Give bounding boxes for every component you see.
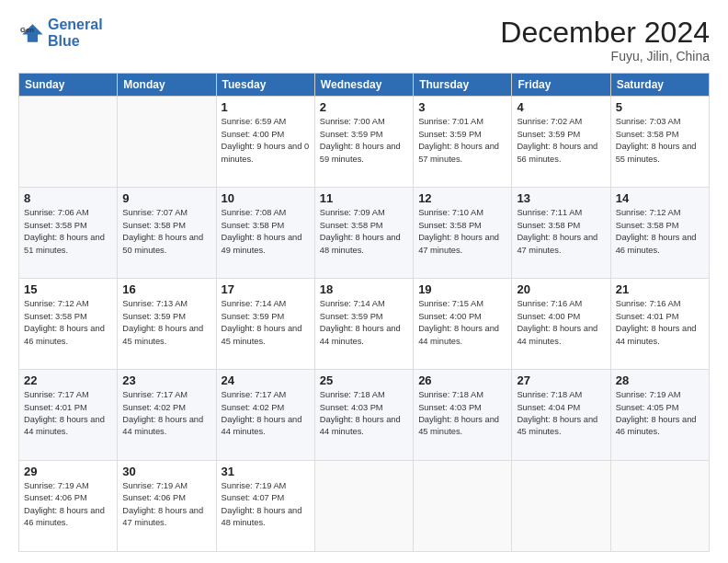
- day-info: Sunrise: 7:03 AM Sunset: 3:58 PM Dayligh…: [616, 116, 704, 166]
- table-row: 31 Sunrise: 7:19 AM Sunset: 4:07 PM Dayl…: [216, 461, 314, 552]
- day-info: Sunrise: 7:19 AM Sunset: 4:07 PM Dayligh…: [222, 480, 310, 530]
- day-info: Sunrise: 7:12 AM Sunset: 3:58 PM Dayligh…: [616, 207, 704, 257]
- table-row: 26 Sunrise: 7:18 AM Sunset: 4:03 PM Dayl…: [414, 370, 512, 461]
- day-number: 16: [122, 282, 210, 296]
- table-row: 9 Sunrise: 7:07 AM Sunset: 3:58 PM Dayli…: [118, 188, 216, 279]
- table-row: 19 Sunrise: 7:15 AM Sunset: 4:00 PM Dayl…: [414, 279, 512, 370]
- day-number: 24: [222, 373, 310, 387]
- day-info: Sunrise: 7:07 AM Sunset: 3:58 PM Dayligh…: [122, 207, 210, 257]
- svg-text:Gen: Gen: [20, 25, 34, 33]
- day-info: Sunrise: 7:17 AM Sunset: 4:02 PM Dayligh…: [222, 389, 310, 439]
- col-saturday: Saturday: [610, 74, 709, 97]
- table-row: 29 Sunrise: 7:19 AM Sunset: 4:06 PM Dayl…: [19, 461, 118, 552]
- table-row: [610, 461, 709, 552]
- calendar-week-0: 1 Sunrise: 6:59 AM Sunset: 4:00 PM Dayli…: [19, 97, 710, 188]
- table-row: 24 Sunrise: 7:17 AM Sunset: 4:02 PM Dayl…: [216, 370, 314, 461]
- day-info: Sunrise: 7:19 AM Sunset: 4:06 PM Dayligh…: [122, 480, 210, 530]
- day-info: Sunrise: 7:02 AM Sunset: 3:59 PM Dayligh…: [517, 116, 605, 166]
- day-number: 25: [320, 373, 408, 387]
- day-number: 23: [122, 373, 210, 387]
- table-row: [314, 461, 413, 552]
- day-number: 9: [122, 191, 210, 205]
- day-number: 14: [616, 191, 704, 205]
- day-number: 27: [517, 373, 605, 387]
- day-number: 2: [320, 100, 408, 114]
- day-number: 15: [24, 282, 112, 296]
- table-row: 13 Sunrise: 7:11 AM Sunset: 3:58 PM Dayl…: [512, 188, 610, 279]
- table-row: 30 Sunrise: 7:19 AM Sunset: 4:06 PM Dayl…: [118, 461, 216, 552]
- calendar-table: Sunday Monday Tuesday Wednesday Thursday…: [18, 73, 710, 552]
- table-row: 15 Sunrise: 7:12 AM Sunset: 3:58 PM Dayl…: [19, 279, 118, 370]
- day-info: Sunrise: 7:10 AM Sunset: 3:58 PM Dayligh…: [418, 207, 506, 257]
- day-number: 3: [418, 100, 506, 114]
- day-number: 22: [24, 373, 112, 387]
- col-monday: Monday: [118, 74, 216, 97]
- day-number: 26: [418, 373, 506, 387]
- table-row: [414, 461, 512, 552]
- day-info: Sunrise: 7:14 AM Sunset: 3:59 PM Dayligh…: [320, 298, 408, 348]
- day-info: Sunrise: 7:14 AM Sunset: 3:59 PM Dayligh…: [222, 298, 310, 348]
- day-number: 17: [222, 282, 310, 296]
- table-row: 20 Sunrise: 7:16 AM Sunset: 4:00 PM Dayl…: [512, 279, 610, 370]
- table-row: 5 Sunrise: 7:03 AM Sunset: 3:58 PM Dayli…: [610, 97, 709, 188]
- day-number: 18: [320, 282, 408, 296]
- day-info: Sunrise: 7:15 AM Sunset: 4:00 PM Dayligh…: [418, 298, 506, 348]
- day-number: 11: [320, 191, 408, 205]
- table-row: [118, 97, 216, 188]
- day-info: Sunrise: 7:16 AM Sunset: 4:00 PM Dayligh…: [517, 298, 605, 348]
- month-title: December 2024: [500, 17, 710, 49]
- day-number: 12: [418, 191, 506, 205]
- day-info: Sunrise: 7:01 AM Sunset: 3:59 PM Dayligh…: [418, 116, 506, 166]
- table-row: [19, 97, 118, 188]
- day-number: 28: [616, 373, 704, 387]
- logo-icon: Gen: [18, 20, 44, 46]
- table-row: 16 Sunrise: 7:13 AM Sunset: 3:59 PM Dayl…: [118, 279, 216, 370]
- logo-text: General Blue: [48, 17, 103, 49]
- day-info: Sunrise: 7:17 AM Sunset: 4:02 PM Dayligh…: [122, 389, 210, 439]
- day-info: Sunrise: 6:59 AM Sunset: 4:00 PM Dayligh…: [222, 116, 310, 166]
- day-number: 20: [517, 282, 605, 296]
- table-row: [512, 461, 610, 552]
- day-number: 1: [222, 100, 310, 114]
- header: Gen General Blue December 2024 Fuyu, Jil…: [18, 17, 710, 63]
- day-number: 4: [517, 100, 605, 114]
- calendar-week-3: 22 Sunrise: 7:17 AM Sunset: 4:01 PM Dayl…: [19, 370, 710, 461]
- day-info: Sunrise: 7:00 AM Sunset: 3:59 PM Dayligh…: [320, 116, 408, 166]
- table-row: 2 Sunrise: 7:00 AM Sunset: 3:59 PM Dayli…: [314, 97, 413, 188]
- day-info: Sunrise: 7:09 AM Sunset: 3:58 PM Dayligh…: [320, 207, 408, 257]
- table-row: 1 Sunrise: 6:59 AM Sunset: 4:00 PM Dayli…: [216, 97, 314, 188]
- day-number: 8: [24, 191, 112, 205]
- logo: Gen General Blue: [18, 17, 103, 49]
- calendar-week-2: 15 Sunrise: 7:12 AM Sunset: 3:58 PM Dayl…: [19, 279, 710, 370]
- table-row: 10 Sunrise: 7:08 AM Sunset: 3:58 PM Dayl…: [216, 188, 314, 279]
- table-row: 21 Sunrise: 7:16 AM Sunset: 4:01 PM Dayl…: [610, 279, 709, 370]
- table-row: 22 Sunrise: 7:17 AM Sunset: 4:01 PM Dayl…: [19, 370, 118, 461]
- day-info: Sunrise: 7:16 AM Sunset: 4:01 PM Dayligh…: [616, 298, 704, 348]
- location: Fuyu, Jilin, China: [500, 49, 710, 63]
- day-number: 13: [517, 191, 605, 205]
- day-info: Sunrise: 7:06 AM Sunset: 3:58 PM Dayligh…: [24, 207, 112, 257]
- day-info: Sunrise: 7:13 AM Sunset: 3:59 PM Dayligh…: [122, 298, 210, 348]
- table-row: 17 Sunrise: 7:14 AM Sunset: 3:59 PM Dayl…: [216, 279, 314, 370]
- table-row: 18 Sunrise: 7:14 AM Sunset: 3:59 PM Dayl…: [314, 279, 413, 370]
- day-number: 19: [418, 282, 506, 296]
- day-info: Sunrise: 7:11 AM Sunset: 3:58 PM Dayligh…: [517, 207, 605, 257]
- table-row: 8 Sunrise: 7:06 AM Sunset: 3:58 PM Dayli…: [19, 188, 118, 279]
- calendar-week-1: 8 Sunrise: 7:06 AM Sunset: 3:58 PM Dayli…: [19, 188, 710, 279]
- table-row: 3 Sunrise: 7:01 AM Sunset: 3:59 PM Dayli…: [414, 97, 512, 188]
- table-row: 28 Sunrise: 7:19 AM Sunset: 4:05 PM Dayl…: [610, 370, 709, 461]
- calendar-header-row: Sunday Monday Tuesday Wednesday Thursday…: [19, 74, 710, 97]
- day-info: Sunrise: 7:08 AM Sunset: 3:58 PM Dayligh…: [222, 207, 310, 257]
- day-info: Sunrise: 7:19 AM Sunset: 4:05 PM Dayligh…: [616, 389, 704, 439]
- table-row: 12 Sunrise: 7:10 AM Sunset: 3:58 PM Dayl…: [414, 188, 512, 279]
- day-info: Sunrise: 7:18 AM Sunset: 4:04 PM Dayligh…: [517, 389, 605, 439]
- day-number: 29: [24, 465, 112, 478]
- col-tuesday: Tuesday: [216, 74, 314, 97]
- col-friday: Friday: [512, 74, 610, 97]
- table-row: 11 Sunrise: 7:09 AM Sunset: 3:58 PM Dayl…: [314, 188, 413, 279]
- day-info: Sunrise: 7:18 AM Sunset: 4:03 PM Dayligh…: [418, 389, 506, 439]
- day-number: 5: [616, 100, 704, 114]
- day-info: Sunrise: 7:12 AM Sunset: 3:58 PM Dayligh…: [24, 298, 112, 348]
- day-info: Sunrise: 7:18 AM Sunset: 4:03 PM Dayligh…: [320, 389, 408, 439]
- col-sunday: Sunday: [19, 74, 118, 97]
